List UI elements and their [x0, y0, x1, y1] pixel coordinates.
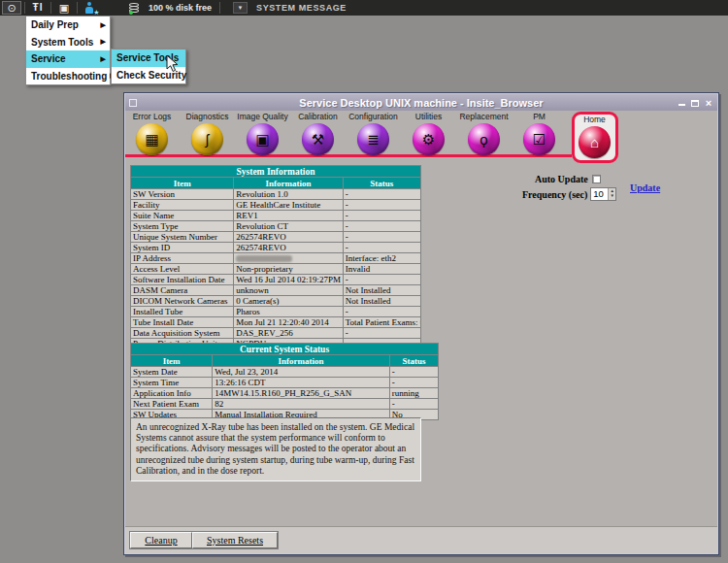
main-menu: Daily Prep▶System Tools▶Service▶Troubles… [25, 16, 111, 85]
cell-information: Wed 16 Jul 2014 02:19:27PM [234, 275, 343, 285]
window-titlebar[interactable]: Service Desktop UNIX machine - Insite_Br… [125, 94, 717, 111]
cell-information: 14MW14.15.R160_PH_R256_G_SAN [213, 388, 390, 399]
gantry-controls-icon[interactable]: ŦI [28, 1, 48, 15]
system-information-table: System InformationItemInformationStatusS… [130, 165, 421, 360]
table-row: Next Patient Exam82- [131, 399, 439, 410]
tab-label: Diagnostics [180, 112, 235, 122]
clipboard-icon[interactable]: ▣ [54, 1, 74, 15]
table-title: System Information [131, 166, 421, 178]
current-system-status-table: Current System StatusItemInformationStat… [130, 343, 439, 420]
tab-utilities[interactable]: Utilities⚙ [401, 112, 456, 159]
cell-information: DAS_REV_256 [234, 328, 343, 339]
column-header: Item [131, 178, 234, 189]
menu-item-service[interactable]: Service▶ [26, 50, 110, 68]
tab-error-logs[interactable]: Error Logs▦ [124, 112, 180, 159]
table-row: IP AddressInterface: eth2 [131, 253, 421, 264]
tab-calibration[interactable]: Calibration⚒ [290, 112, 346, 159]
system-message-label: SYSTEM MESSAGE [256, 3, 347, 13]
message-dropdown-button[interactable]: ▼ [233, 2, 248, 14]
cell-item: Data Acquisition System [131, 328, 234, 339]
utilities-icon: ⚙ [413, 123, 445, 155]
table-row: Software Installation DateWed 16 Jul 201… [131, 275, 421, 285]
tab-label: Home [575, 115, 615, 125]
cell-item: System Type [131, 221, 234, 232]
table-row: Access LevelNon-proprietaryInvalid [131, 264, 421, 275]
cell-status: - [389, 378, 438, 388]
tab-label: Configuration [346, 112, 401, 122]
cell-status: - [389, 367, 438, 378]
error-logs-icon: ▦ [136, 123, 168, 155]
column-header: Information [234, 178, 343, 189]
tab-image-quality[interactable]: Image Quality▣ [235, 112, 290, 159]
auto-update-checkbox[interactable] [592, 175, 601, 183]
tab-home[interactable]: Home⌂ [572, 112, 618, 163]
tab-replacement[interactable]: Replacementϙ [456, 112, 512, 159]
tab-strip: Error Logs▦DiagnosticsʃImage Quality▣Cal… [125, 111, 717, 159]
cell-item: Facility [131, 200, 234, 211]
table-row: System Time13:26:16 CDT- [131, 378, 439, 388]
tab-glyph: ϙ [480, 131, 487, 148]
tube-warning-message: An unrecognized X-Ray tube has been inst… [130, 417, 421, 481]
tab-diagnostics[interactable]: Diagnosticsʃ [180, 112, 235, 159]
tab-label: Replacement [456, 112, 512, 122]
window-footer: Cleanup System Resets [125, 526, 717, 553]
cell-status: - [343, 243, 420, 253]
close-button[interactable]: × [704, 97, 713, 108]
cell-status: - [343, 307, 420, 317]
toolbar-divider [77, 2, 78, 14]
user-star-icon[interactable]: ★ [81, 1, 100, 15]
table-row: FacilityGE HealthCare Institute- [131, 200, 421, 211]
cell-status: Interface: eth2 [343, 253, 420, 264]
system-resets-button[interactable]: System Resets [192, 532, 278, 548]
cell-status: - [343, 211, 420, 221]
update-controls: Auto Update Frequency (sec) 10 ▲▼ [522, 174, 616, 201]
cell-item: System Time [131, 378, 213, 388]
cell-status: Total Patient Exams: 0 [343, 317, 420, 328]
cell-item: Access Level [131, 264, 234, 275]
column-header: Item [131, 355, 213, 367]
column-header: Status [343, 178, 420, 189]
cell-item: Unique System Number [131, 232, 234, 243]
stepper-arrows-icon[interactable]: ▲▼ [608, 188, 615, 200]
cell-information: 262574REVO [234, 243, 343, 253]
cell-status: - [343, 189, 420, 200]
update-link[interactable]: Update [630, 182, 660, 193]
maximize-button[interactable] [690, 97, 700, 108]
disk-ok-dot [129, 11, 133, 15]
cell-information: Wed, Jul 23, 2014 [213, 367, 390, 378]
menu-item-label: Daily Prep [31, 19, 79, 30]
cell-information [234, 253, 343, 264]
menu-item-troubleshooting[interactable]: Troubleshooting▶ [26, 68, 110, 85]
tab-label: Error Logs [124, 112, 180, 122]
tab-glyph: ≣ [367, 131, 380, 149]
tab-glyph: ☑ [533, 131, 546, 149]
cell-status: - [389, 399, 438, 410]
cell-status: - [343, 275, 420, 285]
cell-item: SW Version [131, 189, 234, 200]
disk-free-label: 100 % disk free [149, 3, 212, 13]
tab-glyph: ⚒ [312, 131, 324, 149]
lamp-icon[interactable]: ⊙ [2, 1, 21, 15]
cell-information: 13:26:16 CDT [213, 378, 390, 388]
cell-information: Non-proprietary [234, 264, 343, 275]
mouse-cursor [166, 54, 179, 73]
tab-pm[interactable]: PM☑ [512, 112, 567, 159]
table-row: Tube Install DateMon Jul 21 12:20:40 201… [131, 317, 421, 328]
tab-glyph: ▣ [255, 131, 269, 149]
tab-configuration[interactable]: Configuration≣ [346, 112, 401, 159]
menu-item-system-tools[interactable]: System Tools▶ [26, 34, 110, 51]
cell-status: Invalid [343, 264, 420, 275]
cleanup-button[interactable]: Cleanup [130, 532, 192, 548]
column-header: Status [389, 355, 438, 367]
cell-information: 0 Camera(s) [234, 296, 343, 307]
replacement-icon: ϙ [468, 123, 500, 155]
minimize-button[interactable] [677, 97, 686, 108]
cell-information: unknown [234, 285, 343, 296]
menu-item-daily-prep[interactable]: Daily Prep▶ [26, 17, 110, 34]
menu-item-label: Service [31, 53, 66, 64]
cell-information: Pharos [234, 307, 343, 317]
frequency-stepper[interactable]: 10 ▲▼ [590, 187, 616, 201]
image-quality-icon: ▣ [247, 123, 279, 155]
table-row: Application Info14MW14.15.R160_PH_R256_G… [131, 388, 439, 399]
table-row: System TypeRevolution CT- [131, 221, 421, 232]
